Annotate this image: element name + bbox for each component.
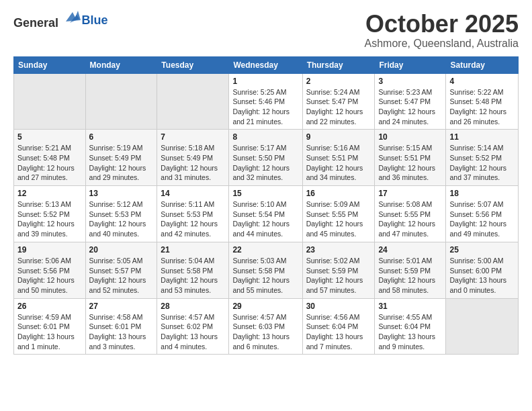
day-info: Sunrise: 5:07 AM Sunset: 5:56 PM Dayligh… [449,199,515,239]
day-number: 20 [89,245,154,255]
table-cell: 23Sunrise: 5:02 AM Sunset: 5:59 PM Dayli… [302,242,375,298]
header-thursday: Thursday [302,56,375,73]
day-number: 21 [161,245,225,255]
day-info: Sunrise: 5:03 AM Sunset: 5:58 PM Dayligh… [232,256,298,295]
logo: General Blue [13,11,108,30]
week-row-0: 1Sunrise: 5:25 AM Sunset: 5:46 PM Daylig… [14,73,519,130]
day-number: 15 [232,189,298,198]
table-cell: 29Sunrise: 4:57 AM Sunset: 6:03 PM Dayli… [229,298,302,355]
table-cell: 30Sunrise: 4:56 AM Sunset: 6:04 PM Dayli… [302,298,375,355]
day-number: 24 [378,245,442,255]
day-number: 11 [449,132,515,142]
table-cell: 1Sunrise: 5:25 AM Sunset: 5:46 PM Daylig… [229,73,302,130]
table-cell: 7Sunrise: 5:18 AM Sunset: 5:49 PM Daylig… [157,130,229,186]
day-info: Sunrise: 5:13 AM Sunset: 5:52 PM Dayligh… [17,199,82,239]
table-cell: 13Sunrise: 5:12 AM Sunset: 5:53 PM Dayli… [85,186,157,242]
day-info: Sunrise: 4:58 AM Sunset: 6:01 PM Dayligh… [89,312,154,352]
day-info: Sunrise: 5:09 AM Sunset: 5:55 PM Dayligh… [306,199,371,239]
table-cell [85,73,157,130]
day-number: 14 [161,189,225,198]
table-cell [157,73,229,130]
day-number: 10 [378,132,442,142]
week-row-3: 19Sunrise: 5:06 AM Sunset: 5:56 PM Dayli… [14,242,519,298]
day-info: Sunrise: 5:21 AM Sunset: 5:48 PM Dayligh… [17,143,82,183]
day-number: 3 [378,77,442,86]
day-number: 1 [232,77,298,86]
header-wednesday: Wednesday [229,56,302,73]
day-number: 26 [17,302,82,311]
table-cell: 9Sunrise: 5:16 AM Sunset: 5:51 PM Daylig… [302,130,375,186]
day-info: Sunrise: 5:15 AM Sunset: 5:51 PM Dayligh… [378,143,442,183]
day-number: 12 [17,189,82,198]
day-number: 22 [232,245,298,255]
week-row-1: 5Sunrise: 5:21 AM Sunset: 5:48 PM Daylig… [14,130,519,186]
day-number: 9 [306,132,371,142]
day-info: Sunrise: 5:00 AM Sunset: 6:00 PM Dayligh… [449,256,515,295]
day-info: Sunrise: 5:04 AM Sunset: 5:58 PM Dayligh… [161,256,225,295]
table-cell: 2Sunrise: 5:24 AM Sunset: 5:47 PM Daylig… [302,73,375,130]
header-sunday: Sunday [14,56,86,73]
header-tuesday: Tuesday [157,56,229,73]
day-info: Sunrise: 5:01 AM Sunset: 5:59 PM Dayligh… [378,256,442,295]
table-cell: 17Sunrise: 5:08 AM Sunset: 5:55 PM Dayli… [375,186,446,242]
table-cell: 31Sunrise: 4:55 AM Sunset: 6:04 PM Dayli… [375,298,446,355]
day-number: 31 [378,302,442,311]
week-row-4: 26Sunrise: 4:59 AM Sunset: 6:01 PM Dayli… [14,298,519,355]
table-cell: 19Sunrise: 5:06 AM Sunset: 5:56 PM Dayli… [14,242,86,298]
table-cell: 16Sunrise: 5:09 AM Sunset: 5:55 PM Dayli… [302,186,375,242]
table-cell: 6Sunrise: 5:19 AM Sunset: 5:49 PM Daylig… [85,130,157,186]
table-cell: 4Sunrise: 5:22 AM Sunset: 5:48 PM Daylig… [446,73,519,130]
day-info: Sunrise: 5:05 AM Sunset: 5:57 PM Dayligh… [89,256,154,295]
day-number: 8 [232,132,298,142]
table-cell: 28Sunrise: 4:57 AM Sunset: 6:02 PM Dayli… [157,298,229,355]
header: General Blue October 2025 Ashmore, Queen… [13,11,519,50]
day-number: 23 [306,245,371,255]
day-info: Sunrise: 4:59 AM Sunset: 6:01 PM Dayligh… [17,312,82,352]
month-title: October 2025 [365,11,519,38]
day-info: Sunrise: 5:19 AM Sunset: 5:49 PM Dayligh… [89,143,154,183]
day-number: 4 [449,77,515,86]
table-cell: 20Sunrise: 5:05 AM Sunset: 5:57 PM Dayli… [85,242,157,298]
day-info: Sunrise: 5:14 AM Sunset: 5:52 PM Dayligh… [449,143,515,183]
day-info: Sunrise: 5:25 AM Sunset: 5:46 PM Dayligh… [232,87,298,127]
day-number: 19 [17,245,82,255]
weekday-header-row: Sunday Monday Tuesday Wednesday Thursday… [14,56,519,73]
day-info: Sunrise: 5:06 AM Sunset: 5:56 PM Dayligh… [17,256,82,295]
day-info: Sunrise: 5:18 AM Sunset: 5:49 PM Dayligh… [161,143,225,183]
table-cell: 8Sunrise: 5:17 AM Sunset: 5:50 PM Daylig… [229,130,302,186]
day-info: Sunrise: 5:16 AM Sunset: 5:51 PM Dayligh… [306,143,371,183]
day-number: 7 [161,132,225,142]
table-cell: 21Sunrise: 5:04 AM Sunset: 5:58 PM Dayli… [157,242,229,298]
logo-bird-icon [63,8,82,27]
day-number: 27 [89,302,154,311]
day-number: 6 [89,132,154,142]
day-info: Sunrise: 5:08 AM Sunset: 5:55 PM Dayligh… [378,199,442,239]
day-info: Sunrise: 4:55 AM Sunset: 6:04 PM Dayligh… [378,312,442,352]
table-cell: 24Sunrise: 5:01 AM Sunset: 5:59 PM Dayli… [375,242,446,298]
table-cell: 22Sunrise: 5:03 AM Sunset: 5:58 PM Dayli… [229,242,302,298]
day-number: 25 [449,245,515,255]
logo-blue: Blue [82,13,108,27]
day-number: 18 [449,189,515,198]
day-info: Sunrise: 5:24 AM Sunset: 5:47 PM Dayligh… [306,87,371,127]
day-info: Sunrise: 5:23 AM Sunset: 5:47 PM Dayligh… [378,87,442,127]
logo-general: General [13,16,58,30]
day-info: Sunrise: 5:02 AM Sunset: 5:59 PM Dayligh… [306,256,371,295]
table-cell: 10Sunrise: 5:15 AM Sunset: 5:51 PM Dayli… [375,130,446,186]
header-friday: Friday [375,56,446,73]
day-number: 16 [306,189,371,198]
table-cell: 11Sunrise: 5:14 AM Sunset: 5:52 PM Dayli… [446,130,519,186]
table-cell: 25Sunrise: 5:00 AM Sunset: 6:00 PM Dayli… [446,242,519,298]
day-info: Sunrise: 5:22 AM Sunset: 5:48 PM Dayligh… [449,87,515,127]
day-number: 5 [17,132,82,142]
header-monday: Monday [85,56,157,73]
table-cell [14,73,86,130]
table-cell: 15Sunrise: 5:10 AM Sunset: 5:54 PM Dayli… [229,186,302,242]
table-cell: 12Sunrise: 5:13 AM Sunset: 5:52 PM Dayli… [14,186,86,242]
day-number: 13 [89,189,154,198]
header-saturday: Saturday [446,56,519,73]
location-title: Ashmore, Queensland, Australia [365,38,519,50]
day-number: 28 [161,302,225,311]
day-info: Sunrise: 4:57 AM Sunset: 6:02 PM Dayligh… [161,312,225,352]
table-cell: 26Sunrise: 4:59 AM Sunset: 6:01 PM Dayli… [14,298,86,355]
